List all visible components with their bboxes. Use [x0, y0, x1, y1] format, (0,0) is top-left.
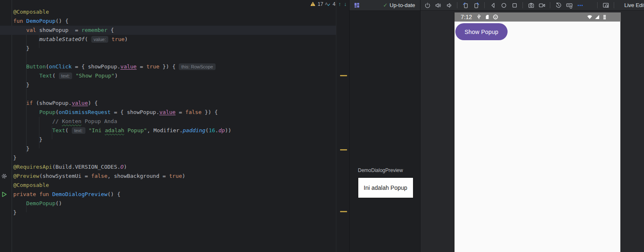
more-icon[interactable]: [576, 2, 583, 9]
code-token: = { showPopup.: [72, 63, 120, 70]
warning-stripe-mark[interactable]: [340, 211, 347, 212]
code-token: (: [52, 73, 59, 79]
typo-icon: A: [325, 1, 331, 7]
show-popup-button[interactable]: Show Popup: [455, 23, 508, 40]
preview-settings-icon[interactable]: [1, 173, 7, 179]
compose-preview-panel[interactable]: ✓ Up-to-date DemoDialogPreview Ini adala…: [350, 0, 420, 252]
code-token: @Preview: [13, 173, 39, 179]
code-token: O: [120, 164, 124, 170]
code-line[interactable]: }: [0, 144, 349, 153]
code-line[interactable]: @Composable: [0, 7, 349, 17]
code-token: [13, 63, 26, 70]
code-token: true: [146, 63, 159, 70]
code-token: (showPopup.: [33, 100, 72, 106]
rotate-right-icon[interactable]: [473, 2, 480, 9]
inlay-hint: text:: [59, 73, 73, 79]
cell-icon: [594, 14, 600, 20]
code-line[interactable]: Button(onClick = { showPopup.value = tru…: [0, 62, 349, 71]
run-preview-icon[interactable]: [1, 191, 7, 198]
wifi-icon: [587, 14, 593, 20]
code-token: Text: [52, 127, 65, 133]
check-icon: ✓: [383, 2, 388, 8]
snapshot-icon[interactable]: [555, 2, 562, 9]
volume-up-icon[interactable]: [435, 2, 442, 9]
volume-down-icon[interactable]: [445, 2, 452, 9]
preview-layout-icon[interactable]: [354, 2, 360, 8]
code-line[interactable]: [0, 53, 349, 62]
code-line[interactable]: }: [0, 44, 349, 53]
code-token: onClick: [49, 63, 72, 70]
code-token: Popup": [124, 127, 147, 133]
power-icon[interactable]: [424, 2, 431, 9]
warning-stripe-mark[interactable]: [340, 149, 347, 150]
code-token: }: [13, 155, 17, 161]
inlay-hint: value:: [91, 36, 108, 43]
preview-composable-name[interactable]: DemoDialogPreview: [358, 167, 403, 173]
toolbar-separator: [522, 2, 523, 8]
inspections-widget[interactable]: 17 A 4 ↑ ↓: [310, 1, 347, 7]
display-search-icon[interactable]: [602, 2, 609, 9]
live-edit-status[interactable]: Live Edit disabled: [622, 2, 644, 8]
overview-icon[interactable]: [511, 2, 518, 9]
hardware-input-icon[interactable]: [566, 2, 573, 9]
code-line[interactable]: [0, 90, 349, 99]
code-line[interactable]: val showPopup = remember {: [0, 26, 336, 35]
code-line[interactable]: @Composable: [0, 181, 349, 190]
statusbar-time: 7:12: [461, 14, 472, 20]
code-line[interactable]: if (showPopup.value) {: [0, 99, 349, 108]
code-line[interactable]: Text( text: "Ini adalah Popup", Modifier…: [0, 126, 349, 135]
typo-count: 4: [333, 1, 335, 7]
prev-problem-icon[interactable]: ↓: [344, 1, 347, 7]
code-token: adalah: [105, 127, 124, 133]
code-token: }: [13, 82, 29, 88]
inlay-hint: text:: [72, 127, 85, 134]
code-token: onDismissRequest: [59, 109, 111, 115]
code-token: [13, 200, 26, 206]
device-toolbar-icons: [424, 2, 609, 9]
svg-text:A: A: [325, 2, 328, 6]
rotate-left-icon[interactable]: [462, 2, 469, 9]
code-token: "Ini: [89, 127, 105, 133]
code-token: () {: [56, 18, 68, 24]
code-editor[interactable]: @Composablefun DemoPopup() { val showPop…: [0, 0, 349, 252]
code-line[interactable]: DemoPopup(): [0, 199, 349, 208]
code-line[interactable]: }: [0, 80, 349, 90]
code-token: padding: [183, 127, 206, 133]
code-line[interactable]: @Preview(showSystemUi = false, showBackg…: [0, 172, 349, 181]
device-toolbar: Live Edit disabled: [420, 0, 644, 11]
code-token: Popup Anda: [81, 118, 117, 124]
code-line[interactable]: }: [0, 153, 349, 162]
device-screen[interactable]: 7:12 Show Popup: [454, 12, 620, 252]
code-line[interactable]: Popup(onDismissRequest = { showPopup.val…: [0, 108, 349, 117]
back-icon[interactable]: [489, 2, 496, 9]
code-line[interactable]: private fun DemoDialogPreview() {: [0, 190, 349, 199]
code-token: ): [124, 36, 128, 42]
android-studio-window: @Composablefun DemoPopup() { val showPop…: [0, 0, 644, 252]
code-token: @Composable: [13, 9, 49, 15]
code-token: true: [169, 173, 182, 179]
code-token: value: [120, 63, 136, 70]
code-line[interactable]: }: [0, 135, 349, 144]
warning-stripe-mark[interactable]: [340, 75, 347, 76]
screen-record-icon[interactable]: [538, 2, 545, 9]
code-token: (showSystemUi =: [39, 173, 91, 179]
home-icon[interactable]: [500, 2, 507, 9]
code-token: [13, 27, 26, 33]
code-token: {: [107, 27, 114, 33]
toolbar-separator: [597, 2, 598, 8]
code-line[interactable]: mutableStateOf( value: true): [0, 35, 349, 44]
code-token: , Modifier.: [147, 127, 182, 133]
code-token: Button: [26, 63, 46, 70]
code-line[interactable]: }: [0, 208, 349, 217]
code-line[interactable]: @RequiresApi(Build.VERSION_CODES.O): [0, 162, 349, 172]
screenshot-icon[interactable]: [527, 2, 535, 9]
code-line[interactable]: // Konten Popup Anda: [0, 117, 349, 126]
code-token: , showBackground =: [107, 173, 169, 179]
code-token: ) {: [88, 100, 97, 106]
code-line[interactable]: Text( text: "Show Popup"): [0, 71, 349, 80]
code-line[interactable]: fun DemoPopup() {: [0, 17, 349, 26]
code-token: =: [175, 109, 185, 115]
preview-status: ✓ Up-to-date: [383, 2, 415, 8]
next-problem-icon[interactable]: ↑: [338, 1, 341, 7]
code-lines[interactable]: @Composablefun DemoPopup() { val showPop…: [0, 7, 349, 217]
